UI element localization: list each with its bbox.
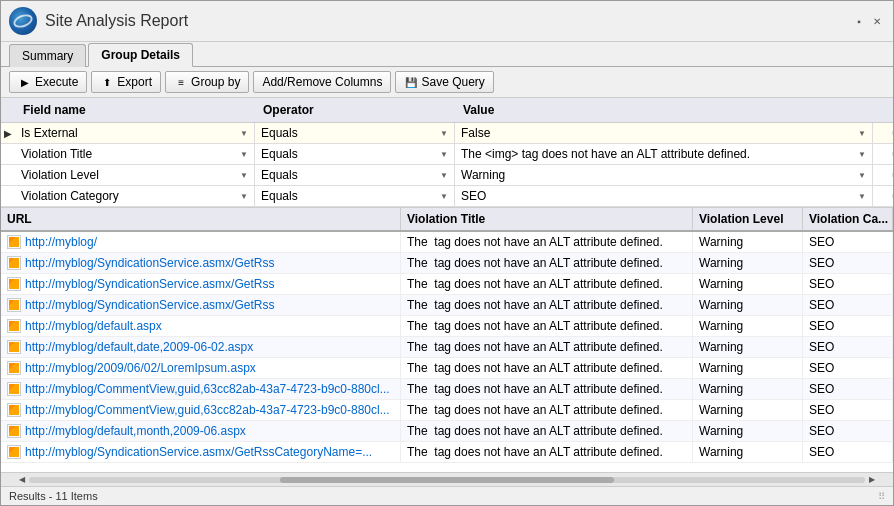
filter-scroll-0 — [873, 131, 893, 135]
save-query-button[interactable]: 💾 Save Query — [395, 71, 493, 93]
filter-value-2[interactable]: Warning ▼ — [455, 165, 873, 185]
url-link[interactable]: http://myblog/SyndicationService.asmx/Ge… — [25, 277, 274, 291]
filter-operator-dropdown-3[interactable]: Equals ▼ — [259, 188, 450, 204]
url-cell[interactable]: http://myblog/SyndicationService.asmx/Ge… — [1, 442, 401, 462]
filter-col-value: Value — [459, 101, 869, 119]
table-row[interactable]: http://myblog/default,month,2009-06.aspx… — [1, 421, 893, 442]
table-row[interactable]: http://myblog/SyndicationService.asmx/Ge… — [1, 253, 893, 274]
filter-field-0[interactable]: Is External ▼ — [15, 123, 255, 143]
violation-level-cell: Warning — [693, 295, 803, 315]
group-by-button[interactable]: ≡ Group by — [165, 71, 249, 93]
url-link[interactable]: http://myblog/default.aspx — [25, 319, 162, 333]
page-icon — [9, 279, 19, 289]
url-icon — [7, 382, 21, 396]
table-row[interactable]: http://myblog/CommentView,guid,63cc82ab-… — [1, 379, 893, 400]
resize-handle[interactable]: ⠿ — [878, 491, 885, 502]
url-link[interactable]: http://myblog/SyndicationService.asmx/Ge… — [25, 445, 372, 459]
status-bar: Results - 11 Items ⠿ — [1, 486, 893, 505]
table-row[interactable]: http://myblog/CommentView,guid,63cc82ab-… — [1, 400, 893, 421]
dropdown-arrow-icon: ▼ — [858, 171, 866, 180]
window-controls: ▪ ✕ — [851, 13, 885, 29]
url-link[interactable]: http://myblog/CommentView,guid,63cc82ab-… — [25, 382, 390, 396]
url-cell[interactable]: http://myblog/default.aspx — [1, 316, 401, 336]
dropdown-arrow-icon: ▼ — [440, 192, 448, 201]
execute-button[interactable]: ▶ Execute — [9, 71, 87, 93]
url-link[interactable]: http://myblog/CommentView,guid,63cc82ab-… — [25, 403, 390, 417]
tab-group-details[interactable]: Group Details — [88, 43, 193, 67]
url-cell[interactable]: http://myblog/SyndicationService.asmx/Ge… — [1, 253, 401, 273]
filter-field-1[interactable]: Violation Title ▼ — [15, 144, 255, 164]
filter-field-dropdown-3[interactable]: Violation Category ▼ — [19, 188, 250, 204]
tab-summary[interactable]: Summary — [9, 44, 86, 67]
url-link[interactable]: http://myblog/SyndicationService.asmx/Ge… — [25, 256, 274, 270]
horizontal-scrollbar[interactable]: ◀ ▶ — [1, 472, 893, 486]
table-row[interactable]: http://myblog/SyndicationService.asmx/Ge… — [1, 274, 893, 295]
url-cell[interactable]: http://myblog/default,date,2009-06-02.as… — [1, 337, 401, 357]
filter-row-3: Violation Category ▼ Equals ▼ SEO ▼ — [1, 186, 893, 207]
url-link[interactable]: http://myblog/default,date,2009-06-02.as… — [25, 340, 253, 354]
violation-title-cell: The tag does not have an ALT attribute d… — [401, 316, 693, 336]
scrollbar-track[interactable] — [29, 477, 865, 483]
page-icon — [9, 405, 19, 415]
url-cell[interactable]: http://myblog/default,month,2009-06.aspx — [1, 421, 401, 441]
group-by-icon: ≡ — [174, 75, 188, 89]
filter-operator-0[interactable]: Equals ▼ — [255, 123, 455, 143]
add-remove-columns-button[interactable]: Add/Remove Columns — [253, 71, 391, 93]
violation-category-cell: SEO — [803, 379, 893, 399]
violation-title-cell: The tag does not have an ALT attribute d… — [401, 358, 693, 378]
filter-value-0[interactable]: False ▼ — [455, 123, 873, 143]
filter-operator-dropdown-0[interactable]: Equals ▼ — [259, 125, 450, 141]
filter-field-dropdown-2[interactable]: Violation Level ▼ — [19, 167, 250, 183]
filter-operator-dropdown-1[interactable]: Equals ▼ — [259, 146, 450, 162]
results-col-category: Violation Ca... — [803, 208, 893, 230]
violation-title-cell: The tag does not have an ALT attribute d… — [401, 421, 693, 441]
filter-field-dropdown-1[interactable]: Violation Title ▼ — [19, 146, 250, 162]
app-icon — [9, 7, 37, 35]
scrollbar-thumb[interactable] — [280, 477, 614, 483]
export-button[interactable]: ⬆ Export — [91, 71, 161, 93]
scroll-right-button[interactable]: ▶ — [865, 473, 879, 487]
filter-operator-dropdown-2[interactable]: Equals ▼ — [259, 167, 450, 183]
scroll-left-button[interactable]: ◀ — [15, 473, 29, 487]
table-row[interactable]: http://myblog/default,date,2009-06-02.as… — [1, 337, 893, 358]
filter-row-2: Violation Level ▼ Equals ▼ Warning ▼ — [1, 165, 893, 186]
table-row[interactable]: http://myblog/SyndicationService.asmx/Ge… — [1, 442, 893, 463]
filter-field-3[interactable]: Violation Category ▼ — [15, 186, 255, 206]
table-row[interactable]: http://myblog/SyndicationService.asmx/Ge… — [1, 295, 893, 316]
filter-operator-2[interactable]: Equals ▼ — [255, 165, 455, 185]
url-cell[interactable]: http://myblog/CommentView,guid,63cc82ab-… — [1, 400, 401, 420]
violation-title-cell: The tag does not have an ALT attribute d… — [401, 295, 693, 315]
url-cell[interactable]: http://myblog/SyndicationService.asmx/Ge… — [1, 295, 401, 315]
filter-header: Field name Operator Value — [1, 98, 893, 123]
filter-value-dropdown-2[interactable]: Warning ▼ — [459, 167, 868, 183]
filter-value-3[interactable]: SEO ▼ — [455, 186, 873, 206]
table-row[interactable]: http://myblog/default.aspx The tag does … — [1, 316, 893, 337]
results-col-url: URL — [1, 208, 401, 230]
dropdown-arrow-icon: ▼ — [858, 150, 866, 159]
filter-field-dropdown-0[interactable]: Is External ▼ — [19, 125, 250, 141]
url-link[interactable]: http://myblog/ — [25, 235, 97, 249]
violation-title-cell: The tag does not have an ALT attribute d… — [401, 442, 693, 462]
close-button[interactable]: ✕ — [869, 13, 885, 29]
url-link[interactable]: http://myblog/default,month,2009-06.aspx — [25, 424, 246, 438]
filter-value-dropdown-0[interactable]: False ▼ — [459, 125, 868, 141]
filter-operator-1[interactable]: Equals ▼ — [255, 144, 455, 164]
filter-value-1[interactable]: The <img> tag does not have an ALT attri… — [455, 144, 873, 164]
url-link[interactable]: http://myblog/2009/06/02/LoremIpsum.aspx — [25, 361, 256, 375]
url-cell[interactable]: http://myblog/ — [1, 232, 401, 252]
url-cell[interactable]: http://myblog/2009/06/02/LoremIpsum.aspx — [1, 358, 401, 378]
filter-field-2[interactable]: Violation Level ▼ — [15, 165, 255, 185]
table-row[interactable]: http://myblog/ The tag does not have an … — [1, 232, 893, 253]
pin-button[interactable]: ▪ — [851, 13, 867, 29]
url-cell[interactable]: http://myblog/CommentView,guid,63cc82ab-… — [1, 379, 401, 399]
filter-value-dropdown-1[interactable]: The <img> tag does not have an ALT attri… — [459, 146, 868, 162]
url-link[interactable]: http://myblog/SyndicationService.asmx/Ge… — [25, 298, 274, 312]
table-row[interactable]: http://myblog/2009/06/02/LoremIpsum.aspx… — [1, 358, 893, 379]
url-cell[interactable]: http://myblog/SyndicationService.asmx/Ge… — [1, 274, 401, 294]
results-col-level: Violation Level — [693, 208, 803, 230]
filter-operator-3[interactable]: Equals ▼ — [255, 186, 455, 206]
violation-level-cell: Warning — [693, 358, 803, 378]
page-icon — [9, 363, 19, 373]
results-table-body[interactable]: http://myblog/ The tag does not have an … — [1, 232, 893, 472]
filter-value-dropdown-3[interactable]: SEO ▼ — [459, 188, 868, 204]
